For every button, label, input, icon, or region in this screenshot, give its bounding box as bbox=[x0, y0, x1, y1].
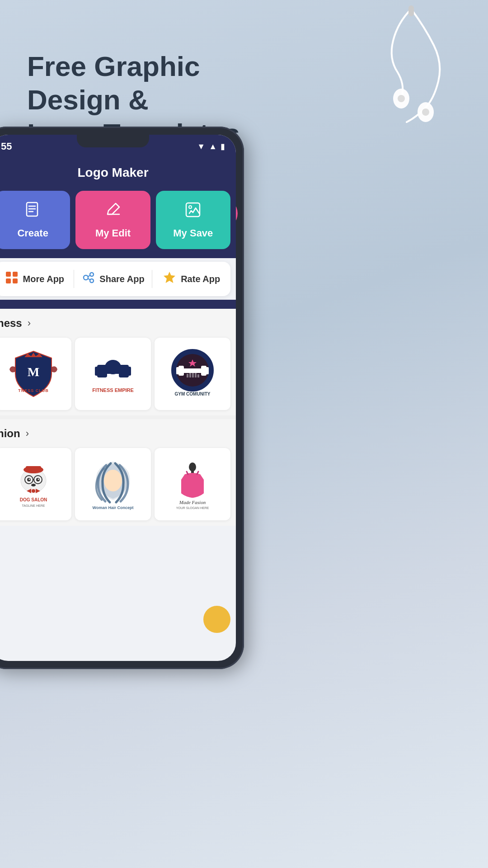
section-gap-1 bbox=[0, 415, 236, 419]
svg-point-60 bbox=[104, 470, 122, 491]
svg-text:DOG SALON: DOG SALON bbox=[20, 497, 47, 502]
fitness-category-title: ness bbox=[0, 317, 22, 330]
svg-marker-21 bbox=[164, 272, 175, 283]
svg-point-62 bbox=[189, 462, 196, 472]
svg-rect-42 bbox=[192, 372, 194, 377]
svg-text:TAGLINE HERE: TAGLINE HERE bbox=[22, 504, 45, 507]
phone-device: 55 ▼ ▲ ▮ Logo Maker bbox=[0, 127, 244, 669]
svg-rect-41 bbox=[189, 373, 191, 377]
svg-rect-40 bbox=[187, 374, 188, 377]
more-app-item[interactable]: More App bbox=[0, 271, 74, 288]
svg-text:YOUR SLOGAN HERE: YOUR SLOGAN HERE bbox=[176, 506, 209, 509]
edit-icon bbox=[104, 201, 122, 223]
svg-line-20 bbox=[88, 278, 90, 280]
fitness-club-card[interactable]: M TNESS CLUB bbox=[0, 338, 71, 410]
svg-text:GYM COMUNITY: GYM COMUNITY bbox=[175, 392, 211, 396]
svg-rect-38 bbox=[205, 367, 209, 374]
svg-point-56 bbox=[31, 484, 36, 486]
made-fashion-card[interactable]: Made Fasion YOUR SLOGAN HERE bbox=[155, 448, 230, 520]
svg-rect-43 bbox=[195, 373, 197, 377]
dog-salon-card[interactable]: DOG SALON TAGLINE HERE bbox=[0, 448, 71, 520]
svg-rect-12 bbox=[6, 272, 11, 277]
my-save-label: My Save bbox=[173, 227, 213, 239]
action-buttons-row: Create My Edit bbox=[0, 191, 236, 258]
fitness-logo-grid: M TNESS CLUB bbox=[0, 338, 236, 415]
woman-hair-card[interactable]: Woman Hair Concept bbox=[75, 448, 151, 520]
svg-point-3 bbox=[422, 108, 429, 116]
signal-icon: ▲ bbox=[209, 142, 217, 151]
create-button[interactable]: Create bbox=[0, 191, 70, 249]
svg-text:Woman Hair Concept: Woman Hair Concept bbox=[93, 505, 134, 510]
svg-rect-13 bbox=[13, 272, 18, 277]
share-app-label: Share App bbox=[99, 274, 144, 284]
svg-rect-30 bbox=[105, 366, 121, 373]
wifi-icon: ▼ bbox=[197, 142, 205, 151]
svg-rect-48 bbox=[26, 466, 41, 472]
svg-text:TNESS CLUB: TNESS CLUB bbox=[18, 388, 49, 393]
svg-point-54 bbox=[29, 479, 30, 480]
svg-text:M: M bbox=[28, 365, 39, 379]
fitness-chevron-icon: › bbox=[28, 317, 31, 329]
category-bar bbox=[0, 300, 236, 309]
svg-point-57 bbox=[32, 489, 35, 493]
share-app-icon bbox=[81, 271, 95, 288]
fitness-empire-image: FITNESS EMPIRE bbox=[75, 338, 151, 410]
fitness-category-row[interactable]: ness › bbox=[0, 309, 236, 338]
svg-point-55 bbox=[38, 479, 39, 480]
svg-point-11 bbox=[189, 206, 192, 208]
save-icon bbox=[184, 201, 202, 223]
dog-salon-image: DOG SALON TAGLINE HERE bbox=[0, 448, 71, 520]
create-icon bbox=[24, 201, 42, 223]
woman-hair-image: Woman Hair Concept bbox=[75, 448, 151, 520]
scroll-content: ness › bbox=[0, 309, 236, 526]
svg-point-1 bbox=[398, 95, 405, 102]
svg-rect-15 bbox=[13, 278, 18, 283]
more-app-icon bbox=[5, 271, 19, 288]
fashion-category-row[interactable]: hion › bbox=[0, 419, 236, 448]
status-icons: ▼ ▲ ▮ bbox=[197, 142, 225, 151]
fashion-chevron-icon: › bbox=[26, 428, 29, 439]
create-label: Create bbox=[17, 227, 48, 239]
fashion-category-title: hion bbox=[0, 427, 20, 440]
status-bar: 55 ▼ ▲ ▮ bbox=[0, 135, 236, 158]
rate-app-label: Rate App bbox=[181, 274, 220, 284]
svg-rect-4 bbox=[408, 5, 414, 16]
app-header: Logo Maker bbox=[0, 158, 236, 191]
svg-line-19 bbox=[88, 275, 90, 277]
share-app-item[interactable]: Share App bbox=[74, 271, 152, 288]
earphones-decoration bbox=[361, 0, 461, 127]
app-title: Logo Maker bbox=[77, 165, 148, 179]
phone-screen: 55 ▼ ▲ ▮ Logo Maker bbox=[0, 135, 236, 661]
svg-rect-10 bbox=[186, 203, 200, 217]
svg-rect-44 bbox=[197, 374, 199, 377]
yellow-accent-circle bbox=[203, 606, 230, 633]
my-edit-label: My Edit bbox=[95, 227, 131, 239]
svg-rect-28 bbox=[127, 367, 131, 376]
gym-community-card[interactable]: GYM COMUNITY bbox=[155, 338, 230, 410]
made-fashion-image: Made Fasion YOUR SLOGAN HERE bbox=[155, 448, 230, 520]
my-save-button[interactable]: My Save bbox=[156, 191, 230, 249]
svg-text:FITNESS EMPIRE: FITNESS EMPIRE bbox=[92, 387, 134, 393]
status-time: 55 bbox=[1, 141, 12, 152]
svg-rect-37 bbox=[176, 367, 180, 374]
bottom-actions-bar: More App Share App bbox=[0, 262, 230, 296]
svg-point-16 bbox=[84, 275, 88, 280]
gym-community-image: GYM COMUNITY bbox=[155, 338, 230, 410]
rate-app-icon bbox=[163, 271, 176, 288]
fitness-empire-card[interactable]: FITNESS EMPIRE bbox=[75, 338, 151, 410]
svg-text:Made Fasion: Made Fasion bbox=[179, 500, 206, 505]
svg-rect-14 bbox=[6, 278, 11, 283]
phone-device-wrapper: 55 ▼ ▲ ▮ Logo Maker bbox=[0, 127, 262, 832]
fitness-club-image: M TNESS CLUB bbox=[0, 338, 71, 410]
battery-icon: ▮ bbox=[221, 142, 225, 151]
rate-app-item[interactable]: Rate App bbox=[152, 271, 230, 288]
more-app-label: More App bbox=[23, 274, 64, 284]
my-edit-button[interactable]: My Edit bbox=[75, 191, 150, 249]
fashion-logo-grid: DOG SALON TAGLINE HERE bbox=[0, 448, 236, 526]
notch bbox=[77, 135, 149, 147]
svg-rect-27 bbox=[95, 367, 99, 376]
